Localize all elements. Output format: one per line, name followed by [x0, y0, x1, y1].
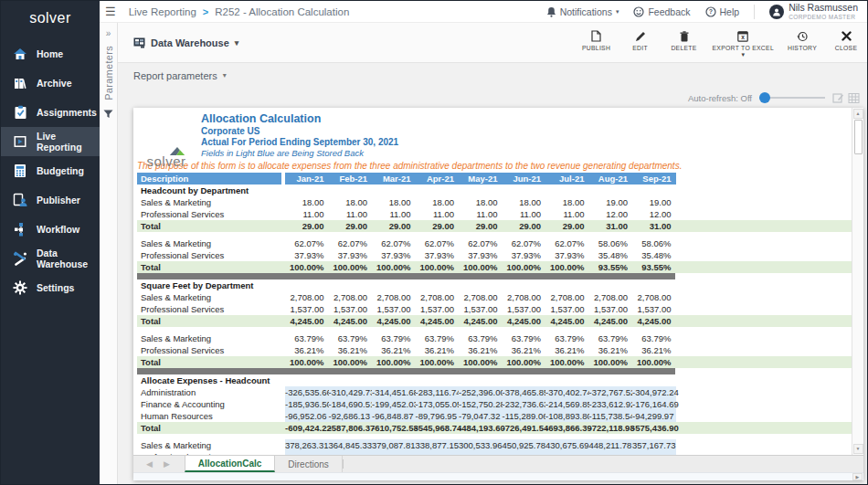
storeback-input-cell[interactable]: -214,569.85 [545, 398, 589, 410]
help-button[interactable]: ? Help [705, 6, 740, 17]
storeback-input-cell[interactable]: 379,087.81 [372, 439, 416, 451]
row-label: Sales & Marketing [137, 332, 285, 344]
scroll-right-button[interactable]: ▶ [852, 473, 863, 480]
storeback-input-cell[interactable]: -92,686.13 [329, 410, 373, 422]
table-row: Professional Services11.0011.0011.0011.0… [137, 208, 852, 220]
value-cell: -609,424.22 [285, 422, 329, 434]
storeback-input-cell[interactable]: -304,972.24 [632, 386, 676, 398]
storeback-input-cell[interactable]: 430,675.69 [545, 439, 589, 451]
auto-refresh-label: Auto-refresh: Off [688, 93, 752, 103]
sidebar-item-home[interactable]: Home [1, 39, 100, 69]
storeback-input-cell[interactable]: -115,289.06 [503, 410, 546, 422]
tab-directions[interactable]: Directions [275, 456, 342, 472]
storeback-input-cell[interactable]: -115,738.54 [589, 410, 633, 422]
expand-parameters-icon[interactable]: » [106, 28, 111, 38]
sidebar-item-live-reporting[interactable]: Live Reporting [1, 127, 100, 156]
data-warehouse-icon [12, 250, 28, 267]
sidebar-item-assignments[interactable]: Assignments [1, 98, 100, 127]
sidebar-item-data-warehouse[interactable]: Data Warehouse [1, 244, 100, 273]
design-mode-icon[interactable] [832, 92, 844, 104]
storeback-input-cell[interactable]: -89,796.95 [416, 410, 460, 422]
storeback-input-cell[interactable]: -233,612.92 [589, 398, 633, 410]
data-source-select[interactable]: Data Warehouse ▾ [133, 37, 238, 48]
vertical-scrollbar-thumb[interactable] [854, 120, 863, 154]
sheet-tab-strip: ◀ ▶ AllocationCalc Directions [133, 455, 863, 472]
storeback-input-cell[interactable]: -96,848.87 [372, 410, 416, 422]
history-button[interactable]: HISTORY [787, 30, 818, 56]
storeback-input-cell[interactable]: -283,116.74 [416, 386, 460, 398]
storeback-input-cell[interactable]: -94,299.97 [632, 410, 676, 422]
breadcrumb-section[interactable]: Live Reporting [129, 6, 196, 17]
value-cell: 35.48% [589, 249, 633, 261]
table-row: Headcount by Department [137, 185, 852, 196]
sidebar-item-archive[interactable]: Archive [1, 69, 100, 98]
storeback-input-cell[interactable]: 338,877.15 [416, 439, 460, 451]
close-button[interactable]: CLOSE [831, 30, 862, 56]
storeback-input-cell[interactable]: -185,936.50 [285, 398, 329, 410]
storeback-input-cell[interactable]: -252,396.00 [459, 386, 503, 398]
value-cell: -484,193.60 [459, 422, 503, 434]
row-label: Total [137, 422, 285, 434]
tab-scroll-right-icon[interactable]: ▶ [164, 459, 170, 469]
storeback-input-cell[interactable]: 450,925.78 [503, 439, 546, 451]
solver-logo[interactable]: solver [1, 1, 100, 32]
sidebar-item-publisher[interactable]: Publisher [1, 185, 100, 215]
storeback-input-cell[interactable]: -372,767.52 [589, 386, 633, 398]
storeback-input-cell[interactable]: -176,164.69 [632, 398, 676, 410]
parameters-panel-label[interactable]: Parameters [103, 46, 114, 100]
storeback-input-cell[interactable]: -199,452.03 [372, 398, 416, 410]
user-menu[interactable]: Nils Rasmussen CorpDemo Master [769, 3, 858, 20]
parameters-panel-collapsed: » Parameters [100, 23, 118, 484]
storeback-input-cell[interactable]: -232,736.63 [503, 398, 546, 410]
report-parameters-toggle[interactable]: Report parameters ▾ [133, 70, 227, 81]
bell-icon [546, 6, 556, 17]
sidebar-item-budgeting[interactable]: Budgeting [1, 156, 100, 185]
storeback-input-cell[interactable]: -96,952.06 [285, 410, 329, 422]
storeback-input-cell[interactable]: -79,047.32 [459, 410, 503, 422]
row-label: Professional Services [137, 303, 285, 315]
tab-allocationcalc[interactable]: AllocationCalc [185, 456, 275, 472]
value-cell: 4,245.00 [503, 315, 546, 327]
feedback-button[interactable]: Feedback [633, 6, 690, 17]
scroll-up-button[interactable]: ▲ [853, 109, 863, 119]
storeback-input-cell[interactable]: -326,535.66 [285, 386, 329, 398]
value-cell: 62.07% [285, 237, 329, 249]
menu-toggle-icon[interactable]: ☰ [105, 5, 116, 17]
delete-button[interactable]: DELETE [669, 30, 700, 56]
storeback-input-cell[interactable]: -152,750.28 [459, 398, 503, 410]
export-to-excel-button[interactable]: x EXPORT TO EXCEL ▾ [713, 30, 774, 56]
storeback-input-cell[interactable]: 357,167.73 [632, 439, 676, 451]
grid-view-icon[interactable] [848, 92, 860, 104]
storeback-input-cell[interactable]: -173,055.05 [416, 398, 460, 410]
horizontal-scrollbar[interactable]: ▶ [133, 472, 863, 480]
auto-refresh-slider[interactable] [759, 92, 825, 103]
help-label: Help [720, 6, 740, 17]
tab-scroll-left-icon[interactable]: ◀ [146, 459, 153, 469]
storeback-input-cell[interactable]: 378,263.31 [285, 439, 329, 451]
storeback-input-cell[interactable]: 300,533.96 [459, 439, 503, 451]
storeback-input-cell[interactable]: -370,402.74 [545, 386, 589, 398]
sidebar-item-settings[interactable]: Settings [1, 273, 100, 302]
storeback-input-cell[interactable]: -314,451.68 [372, 386, 416, 398]
chevron-down-icon: ▾ [742, 53, 746, 56]
value-cell: 100.00% [545, 356, 589, 368]
sidebar-item-label: Budgeting [37, 165, 84, 176]
value-cell: 1,537.00 [372, 303, 416, 315]
storeback-input-cell[interactable]: -108,893.80 [545, 410, 589, 422]
publish-button[interactable]: PUBLISH [581, 30, 612, 56]
vertical-scrollbar[interactable]: ▲ ▼ [852, 108, 863, 455]
slider-knob[interactable] [759, 92, 770, 103]
storeback-input-cell[interactable]: 364,845.33 [329, 439, 373, 451]
notifications-button[interactable]: Notifications ▾ [546, 6, 619, 17]
storeback-input-cell[interactable]: -310,429.73 [329, 386, 373, 398]
storeback-input-cell[interactable]: -378,465.85 [503, 386, 546, 398]
storeback-input-cell[interactable]: -184,690.51 [329, 398, 373, 410]
scroll-down-button[interactable]: ▼ [853, 444, 863, 454]
storeback-input-cell[interactable]: 448,211.78 [589, 439, 633, 451]
sidebar-item-label: Archive [37, 78, 72, 89]
sidebar-item-workflow[interactable]: Workflow [1, 215, 100, 244]
edit-button[interactable]: EDIT [625, 30, 656, 56]
value-cell: 37.93% [416, 249, 460, 261]
sidebar-item-label: Data Warehouse [37, 248, 100, 269]
svg-text:?: ? [708, 8, 712, 15]
